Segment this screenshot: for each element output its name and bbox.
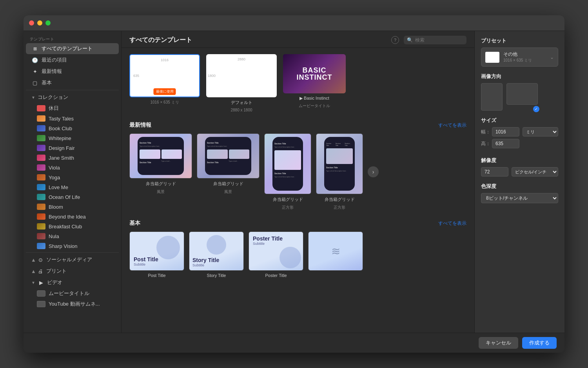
whitepine-label: Whitepine [49, 135, 71, 141]
sidebar-item-book-club[interactable]: Book Club [26, 124, 119, 133]
sharp-vision-label: Sharp Vision [49, 243, 77, 249]
template-basic-instinct[interactable]: BASIC INSTINCT ▶ Basic Instinct ムービータイトル [283, 54, 346, 112]
template-bento-landscape-1[interactable]: Section Title Type a brief description h… [129, 133, 192, 195]
sidebar-item-nula[interactable]: Nula [26, 231, 119, 241]
clock-icon: 🕐 [31, 56, 38, 64]
sidebar-item-holiday[interactable]: 休日 [26, 103, 119, 113]
sidebar-item-breakfast-club[interactable]: Breakfast Club [26, 222, 119, 231]
search-bar[interactable]: 🔍 [404, 36, 466, 44]
preset-chevron-icon: ⌄ [550, 55, 554, 60]
preset-name: その他 [503, 51, 546, 58]
holiday-label: 休日 [49, 105, 59, 112]
tasty-tales-icon [37, 115, 45, 122]
sidebar-item-viola[interactable]: Viola [26, 163, 119, 172]
sidebar-item-bloom[interactable]: Bloom [26, 202, 119, 211]
post-subtitle: Subtitle [134, 262, 180, 266]
template-poster[interactable]: Poster Title Subtitle Poster Title [249, 231, 303, 278]
close-button[interactable] [29, 20, 34, 26]
sidebar-item-love-me[interactable]: Love Me [26, 182, 119, 192]
resolution-unit-select[interactable]: ピクセル/インチ [512, 167, 558, 177]
sidebar-item-youtube[interactable]: YouTube 動画サムネ... [26, 299, 119, 309]
tasty-tales-label: Tasty Tales [49, 116, 74, 122]
sidebar-item-beyond-the-idea[interactable]: Beyond the Idea [26, 212, 119, 221]
print-header[interactable]: ▶ 🖨 プリント [26, 266, 119, 277]
chevron-right-icon-2: ▶ [31, 270, 35, 273]
template-bento-portrait-2[interactable]: Section Title Section Title Section Titl… [316, 133, 363, 210]
chevron-down-icon: ▼ [31, 95, 35, 100]
help-button[interactable]: ? [391, 36, 399, 44]
size-section: サイズ 幅： ミリ 高： [481, 117, 558, 151]
book-club-icon [37, 125, 45, 131]
preset-icon [485, 52, 499, 63]
love-me-icon [37, 184, 45, 190]
preset-section: プリセット その他 1016 × 635 ミリ ⌄ [481, 37, 558, 67]
maximize-button[interactable] [45, 20, 51, 26]
main-area: テンプレート ⊞ すべてのテンプレート 🕐 最近の項目 ✦ 最新情報 ▢ 基本 … [24, 31, 564, 333]
bento-landscape-1-sub: 風景 [157, 189, 165, 195]
social-media-header[interactable]: ▶ ⊙ ソーシャルメディア [26, 254, 119, 265]
search-icon: 🔍 [407, 37, 413, 43]
portrait-option[interactable] [481, 83, 503, 111]
template-default[interactable]: 2880 1800 デフォルト 2880 x 1800 [206, 54, 277, 112]
landscape-option[interactable]: ✓ [506, 83, 538, 111]
sidebar-item-whitepine[interactable]: Whitepine [26, 133, 119, 143]
width-input[interactable] [492, 127, 519, 137]
default-size: 2880 x 1800 [230, 108, 252, 112]
minimize-button[interactable] [37, 20, 42, 26]
bento-landscape-2-name: 弁当箱グリッド [213, 181, 243, 187]
sidebar-item-yoga[interactable]: Yoga [26, 173, 119, 182]
sidebar-item-ocean-of-life[interactable]: Ocean Of Life [26, 192, 119, 202]
recent-presets: 1016 635 最後に使用 1016 × 635 ミリ 2880 1800 デ… [129, 54, 466, 112]
preset-selector[interactable]: その他 1016 × 635 ミリ ⌄ [481, 47, 558, 67]
story-thumb: Story Title Subtitle [189, 231, 244, 271]
template-bento-portrait-1[interactable]: Section Title Type a brief description h… [264, 133, 311, 210]
width-label: 幅： [481, 129, 489, 135]
bit-depth-select[interactable]: 8ビット/チャンネル [481, 193, 558, 203]
cancel-button[interactable]: キャンセル [479, 337, 518, 349]
template-last-used[interactable]: 1016 635 最後に使用 1016 × 635 ミリ [129, 54, 200, 112]
latest-section-title: 最新情報 [129, 122, 151, 129]
video-header[interactable]: ▼ ▶ ビデオ [26, 277, 119, 288]
bit-depth-section: 色深度 8ビット/チャンネル [481, 183, 558, 203]
sidebar-item-recent[interactable]: 🕐 最近の項目 [26, 55, 119, 66]
unit-select[interactable]: ミリ [523, 127, 558, 137]
bento-cell-1 [140, 149, 160, 159]
sharp-vision-icon [37, 243, 45, 249]
sidebar-item-all-templates[interactable]: ⊞ すべてのテンプレート [26, 43, 119, 54]
height-input[interactable] [492, 139, 519, 148]
poster-thumb: Poster Title Subtitle [249, 231, 303, 271]
last-used-thumb: 1016 635 最後に使用 [129, 54, 200, 97]
search-input[interactable] [415, 37, 463, 43]
sidebar-latest-label: 最新情報 [42, 68, 62, 75]
template-story[interactable]: Story Title Subtitle Story Title [189, 231, 244, 278]
grid-icon: ⊞ [31, 45, 38, 52]
template-next[interactable]: ≋ [308, 231, 363, 271]
default-thumb: 2880 1800 [206, 54, 277, 97]
latest-see-all[interactable]: すべてを表示 [438, 122, 466, 129]
template-post[interactable]: Post Title Subtitle Post Title [129, 231, 184, 278]
basic-see-all[interactable]: すべてを表示 [438, 220, 466, 227]
orientation-section: 画像方向 ✓ [481, 73, 558, 111]
collections-header[interactable]: ▼ コレクション [26, 92, 119, 103]
content-header: すべてのテンプレート ? 🔍 [122, 31, 474, 48]
create-button[interactable]: 作成する [522, 337, 557, 349]
resolution-input[interactable] [481, 167, 508, 177]
love-me-label: Love Me [49, 184, 68, 190]
height-label: 高： [481, 140, 489, 147]
sidebar-item-tasty-tales[interactable]: Tasty Tales [26, 114, 119, 123]
phone-tab-1: Section Title [326, 142, 334, 146]
collections-label: コレクション [38, 94, 68, 101]
resolution-label: 解像度 [481, 157, 558, 164]
sidebar-item-basic[interactable]: ▢ 基本 [26, 77, 119, 88]
sidebar-item-sharp-vision[interactable]: Sharp Vision [26, 241, 119, 251]
phone-tab-2: Section Title [336, 142, 344, 146]
template-bento-landscape-2[interactable]: Section Title Type a brief description h… [197, 133, 260, 195]
phone-section-p1: Section Title [274, 142, 301, 145]
sidebar-item-design-fair[interactable]: Design Fair [26, 143, 119, 153]
sidebar-item-jane-smith[interactable]: Jane Smith [26, 153, 119, 162]
sidebar-item-latest[interactable]: ✦ 最新情報 [26, 66, 119, 77]
sidebar-item-movie-title[interactable]: ムービータイトル [26, 288, 119, 299]
social-media-label: ソーシャルメディア [46, 256, 92, 263]
beyond-the-idea-label: Beyond the Idea [49, 214, 86, 220]
next-arrow[interactable]: › [368, 166, 379, 177]
